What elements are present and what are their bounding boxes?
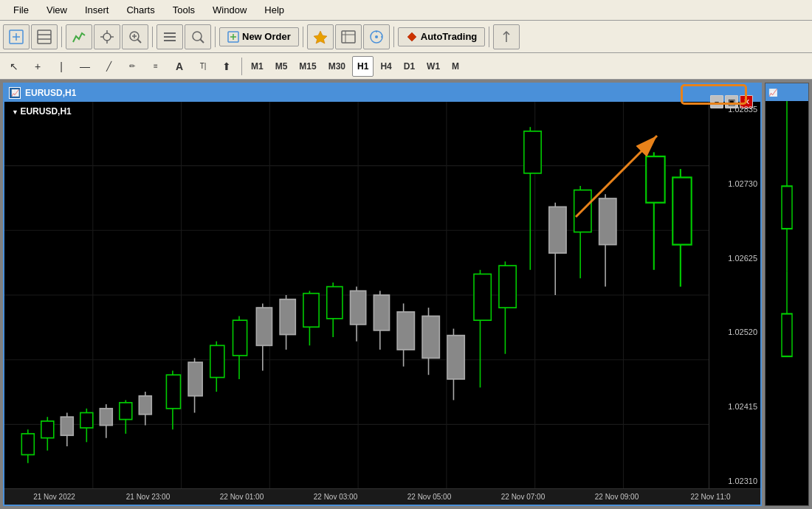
price-label-6: 1.02310: [709, 477, 760, 485]
chart-icon: 📈: [9, 87, 21, 99]
price-label-1: 1.02835: [709, 105, 760, 114]
price-label-3: 1.02625: [709, 254, 760, 263]
trend-line-button[interactable]: ╱: [97, 56, 120, 77]
side-panel: 📈: [765, 83, 809, 506]
price-label-4: 1.02520: [709, 328, 760, 336]
time-label-2: 22 Nov 01:00: [195, 493, 289, 501]
label-button[interactable]: T|: [192, 56, 214, 77]
pen-tool-button[interactable]: ✏: [121, 56, 143, 77]
drawing-toolbar: ↖ + | — ╱ ✏ ≡ A T| ⬆ M1 M5 M15 M30 H1 H4…: [0, 53, 812, 80]
tf-mn[interactable]: M: [447, 56, 464, 77]
svg-rect-57: [120, 403, 132, 420]
svg-rect-17: [164, 40, 176, 41]
horizontal-line-button[interactable]: —: [74, 56, 96, 77]
svg-marker-23: [314, 31, 327, 44]
svg-rect-85: [447, 336, 464, 379]
chart-label: EURUSD,H1: [12, 106, 72, 117]
menu-help[interactable]: Help: [257, 2, 292, 18]
indicators-button[interactable]: [66, 24, 92, 49]
time-label-0: 21 Nov 2022: [7, 493, 101, 501]
menu-bar: File View Insert Charts Tools Window Hel…: [0, 0, 812, 21]
separator-6: [489, 27, 489, 47]
separator-1: [61, 27, 62, 47]
svg-rect-105: [782, 186, 792, 229]
menu-window[interactable]: Window: [205, 2, 254, 18]
svg-rect-97: [599, 198, 616, 245]
svg-rect-93: [549, 207, 566, 253]
svg-rect-73: [303, 294, 319, 328]
svg-rect-55: [100, 409, 112, 426]
svg-rect-108: [782, 314, 792, 356]
time-label-1: 21 Nov 23:00: [101, 493, 195, 501]
svg-rect-87: [474, 274, 491, 321]
svg-rect-59: [139, 396, 151, 415]
tf-m1[interactable]: M1: [246, 56, 269, 77]
chart-window: 📈 EURUSD,H1 − ▣ ✕ EURUSD,H1: [3, 83, 762, 506]
separator-4: [303, 27, 303, 47]
history-button[interactable]: [363, 24, 390, 49]
time-label-4: 22 Nov 05:00: [382, 493, 476, 501]
svg-line-19: [201, 39, 204, 43]
svg-rect-69: [256, 308, 272, 345]
tf-m30[interactable]: M30: [323, 56, 351, 77]
side-panel-content: [765, 101, 808, 505]
tf-m15[interactable]: M15: [294, 56, 321, 77]
arrow-tool-button[interactable]: ↖: [3, 56, 25, 77]
svg-rect-95: [574, 190, 591, 232]
crosshair-button[interactable]: [94, 24, 120, 49]
menu-file[interactable]: File: [6, 2, 36, 18]
chart-title-bar: 📈 EURUSD,H1 − ▣ ✕: [4, 84, 760, 102]
svg-rect-81: [397, 312, 414, 350]
price-label-5: 1.02415: [709, 402, 760, 411]
side-panel-title-bar: 📈: [765, 83, 808, 101]
svg-point-18: [193, 32, 202, 41]
time-label-3: 22 Nov 03:00: [289, 493, 382, 501]
vertical-line-button[interactable]: |: [50, 56, 72, 77]
svg-rect-99: [646, 156, 664, 203]
svg-rect-15: [164, 32, 176, 34]
menu-view[interactable]: View: [39, 2, 75, 18]
zoom-area-button[interactable]: [185, 24, 211, 49]
chart-title: EURUSD,H1: [25, 88, 751, 98]
menu-charts[interactable]: Charts: [119, 2, 162, 18]
menu-insert[interactable]: Insert: [78, 2, 117, 18]
side-panel-label: 📈: [768, 89, 777, 97]
separator-5: [393, 27, 394, 47]
svg-rect-101: [672, 178, 691, 245]
arrow-mark-button[interactable]: ⬆: [216, 56, 238, 77]
main-toolbar: New Order AutoTrading: [0, 21, 812, 53]
tf-h4[interactable]: H4: [375, 56, 396, 77]
market-watch-button[interactable]: [307, 24, 334, 49]
separator-2: [152, 27, 153, 47]
price-axis: 1.02835 1.02730 1.02625 1.02520 1.02415 …: [709, 102, 760, 488]
text-button[interactable]: A: [168, 56, 190, 77]
svg-rect-65: [210, 345, 224, 377]
new-order-button[interactable]: New Order: [219, 27, 299, 46]
tf-h1[interactable]: H1: [352, 56, 374, 77]
crosshair-tool-button[interactable]: +: [27, 56, 49, 77]
new-chart-button[interactable]: [3, 24, 30, 49]
price-label-2: 1.02730: [709, 179, 760, 188]
tf-d1[interactable]: D1: [399, 56, 420, 77]
tf-w1[interactable]: W1: [422, 56, 445, 77]
chart-shift-button[interactable]: [493, 24, 520, 49]
list-button[interactable]: [156, 24, 183, 49]
time-label-6: 22 Nov 09:00: [570, 493, 664, 501]
autotrading-button[interactable]: AutoTrading: [398, 27, 486, 46]
svg-rect-53: [80, 412, 93, 428]
equidistant-button[interactable]: ≡: [145, 56, 167, 77]
time-label-5: 22 Nov 07:00: [476, 493, 570, 501]
svg-rect-47: [21, 434, 34, 454]
template-button[interactable]: [31, 24, 58, 49]
tf-m5[interactable]: M5: [270, 56, 293, 77]
svg-rect-63: [188, 362, 202, 396]
svg-rect-16: [164, 36, 176, 38]
main-area: 📈 EURUSD,H1 − ▣ ✕ EURUSD,H1: [0, 80, 812, 509]
svg-marker-31: [407, 32, 416, 41]
separator-3: [215, 27, 216, 47]
data-window-button[interactable]: [335, 24, 362, 49]
zoom-button[interactable]: [122, 24, 148, 49]
chart-area[interactable]: EURUSD,H1: [4, 102, 760, 488]
svg-rect-79: [374, 295, 389, 330]
menu-tools[interactable]: Tools: [165, 2, 202, 18]
